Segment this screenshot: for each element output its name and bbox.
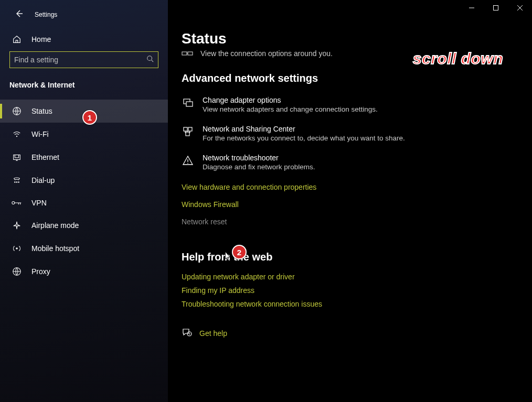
warning-icon bbox=[182, 154, 194, 166]
window-controls bbox=[460, 0, 532, 16]
sidebar-home[interactable]: Home bbox=[0, 29, 168, 51]
sidebar-item-label: Airplane mode bbox=[31, 221, 79, 230]
svg-rect-13 bbox=[188, 52, 193, 55]
get-help-label: Get help bbox=[199, 329, 227, 338]
sidebar-home-label: Home bbox=[31, 35, 51, 44]
svg-point-9 bbox=[16, 247, 18, 249]
sidebar-item-label: Ethernet bbox=[31, 153, 59, 161]
help-link-adapter[interactable]: Updating network adapter or driver bbox=[182, 273, 532, 281]
search-box[interactable] bbox=[9, 51, 158, 68]
page-title: Status bbox=[182, 30, 532, 47]
sidebar-item-label: Wi-Fi bbox=[31, 130, 49, 138]
option-adapter[interactable]: Change adapter options View network adap… bbox=[182, 96, 532, 113]
sharing-icon bbox=[182, 125, 194, 137]
hotspot-icon bbox=[12, 244, 22, 253]
link-hardware[interactable]: View hardware and connection properties bbox=[182, 183, 316, 191]
sidebar: Settings Home Network & Internet Status bbox=[0, 0, 168, 402]
svg-text:?: ? bbox=[188, 333, 190, 336]
option-title: Network and Sharing Center bbox=[203, 125, 405, 133]
svg-point-6 bbox=[16, 182, 17, 182]
main-panel: Status View the connection options aroun… bbox=[168, 0, 532, 402]
svg-point-7 bbox=[18, 182, 19, 182]
svg-rect-18 bbox=[186, 132, 189, 136]
link-network-reset[interactable]: Network reset bbox=[182, 218, 227, 226]
sidebar-item-ethernet[interactable]: Ethernet bbox=[0, 146, 168, 169]
sidebar-item-label: Proxy bbox=[31, 267, 50, 276]
annotation-scroll: scroll down bbox=[413, 50, 503, 68]
search-icon bbox=[146, 55, 154, 64]
vpn-icon bbox=[12, 199, 22, 207]
sidebar-item-wifi[interactable]: Wi-Fi bbox=[0, 123, 168, 146]
connection-icon bbox=[182, 50, 193, 57]
home-icon bbox=[12, 35, 22, 44]
svg-rect-3 bbox=[14, 155, 20, 160]
svg-point-2 bbox=[16, 136, 17, 137]
svg-rect-17 bbox=[188, 127, 192, 131]
sidebar-item-airplane[interactable]: Airplane mode bbox=[0, 214, 168, 237]
sidebar-item-label: VPN bbox=[31, 199, 47, 207]
status-icon bbox=[12, 106, 22, 116]
sidebar-item-label: Status bbox=[31, 107, 52, 115]
option-troubleshoot[interactable]: Network troubleshooter Diagnose and fix … bbox=[182, 154, 532, 171]
svg-rect-11 bbox=[494, 6, 498, 10]
adapter-icon bbox=[182, 96, 194, 108]
svg-rect-15 bbox=[186, 102, 193, 106]
svg-rect-12 bbox=[182, 52, 187, 55]
back-icon[interactable] bbox=[15, 9, 23, 20]
dialup-icon bbox=[12, 176, 22, 185]
help-link-ip[interactable]: Finding my IP address bbox=[182, 286, 532, 295]
svg-point-19 bbox=[187, 163, 188, 164]
svg-point-0 bbox=[147, 56, 152, 61]
link-firewall[interactable]: Windows Firewall bbox=[182, 200, 239, 209]
maximize-button[interactable] bbox=[484, 0, 508, 16]
page-subtitle: View the connection options around you. bbox=[200, 49, 333, 58]
annotation-marker-1: 1 bbox=[82, 110, 97, 125]
option-desc: View network adapters and change connect… bbox=[203, 105, 378, 113]
search-input[interactable] bbox=[14, 56, 146, 64]
wifi-icon bbox=[12, 129, 22, 139]
option-title: Change adapter options bbox=[203, 96, 378, 104]
sidebar-item-dialup[interactable]: Dial-up bbox=[0, 169, 168, 192]
close-button[interactable] bbox=[508, 0, 532, 16]
svg-point-5 bbox=[15, 182, 15, 182]
airplane-icon bbox=[12, 221, 22, 230]
annotation-marker-2: 2 bbox=[232, 245, 247, 259]
sidebar-item-vpn[interactable]: VPN bbox=[0, 192, 168, 214]
svg-rect-16 bbox=[184, 127, 187, 131]
sidebar-item-label: Dial-up bbox=[31, 176, 55, 184]
svg-rect-4 bbox=[15, 155, 18, 158]
sidebar-item-hotspot[interactable]: Mobile hotspot bbox=[0, 237, 168, 260]
option-desc: For the networks you connect to, decide … bbox=[203, 134, 405, 142]
option-sharing[interactable]: Network and Sharing Center For the netwo… bbox=[182, 125, 532, 142]
category-title: Network & Internet bbox=[0, 78, 168, 100]
svg-point-8 bbox=[12, 202, 15, 204]
ethernet-icon bbox=[12, 153, 22, 162]
sidebar-item-proxy[interactable]: Proxy bbox=[0, 260, 168, 283]
titlebar-left: Settings bbox=[0, 6, 168, 29]
option-title: Network troubleshooter bbox=[203, 154, 315, 162]
get-help[interactable]: ? Get help bbox=[182, 327, 532, 340]
app-title: Settings bbox=[35, 11, 57, 18]
sidebar-item-label: Mobile hotspot bbox=[31, 244, 79, 253]
advanced-title: Advanced network settings bbox=[182, 72, 532, 84]
minimize-button[interactable] bbox=[460, 0, 484, 16]
help-link-trouble[interactable]: Troubleshooting network connection issue… bbox=[182, 300, 532, 308]
option-desc: Diagnose and fix network problems. bbox=[203, 163, 315, 171]
proxy-icon bbox=[12, 267, 22, 276]
get-help-icon: ? bbox=[182, 327, 192, 340]
